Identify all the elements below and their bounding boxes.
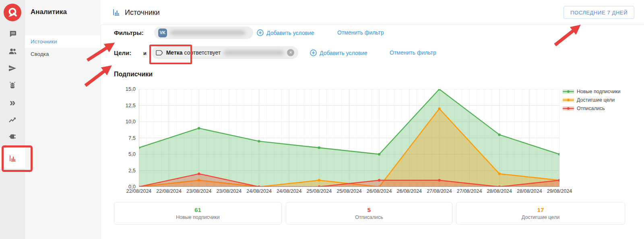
- x-tick: 23/08/2024: [186, 188, 212, 194]
- sidebar-item-sources[interactable]: Источники: [25, 35, 101, 48]
- filter-source-tag[interactable]: VK: [154, 27, 253, 39]
- card-label: Новые подписчики: [176, 214, 220, 220]
- legend-marker: [563, 90, 574, 94]
- legend-marker: [563, 98, 574, 102]
- redacted-source-text: [170, 31, 245, 35]
- chat-icon[interactable]: [0, 25, 25, 43]
- x-tick: 27/08/2024: [427, 188, 452, 194]
- plus-circle-icon: [310, 49, 317, 56]
- sidebar-item-summary[interactable]: Сводка: [25, 48, 101, 60]
- x-tick: 28/08/2024: [487, 188, 512, 194]
- tag-icon: [156, 50, 163, 56]
- y-tick: 12,5: [126, 102, 136, 108]
- x-tick: 26/08/2024: [397, 188, 422, 194]
- legend-item[interactable]: Достигшие цели: [563, 97, 621, 103]
- x-tick: 24/08/2024: [246, 188, 272, 194]
- remove-condition-icon[interactable]: ×: [287, 49, 294, 56]
- goals-label: Цели:: [114, 49, 131, 56]
- card-label: Отписались: [355, 214, 383, 220]
- legend-item[interactable]: Отписались: [563, 106, 621, 111]
- x-tick: 24/08/2024: [277, 188, 302, 194]
- card-goals-reached: 17 Достигшие цели: [456, 202, 625, 225]
- analytics-sidebar: Аналитика Источники Сводка: [25, 0, 101, 239]
- x-tick: 22/08/2024: [126, 188, 152, 194]
- analytics-icon[interactable]: [0, 149, 25, 167]
- x-axis-labels: 22/08/202422/08/202423/08/202423/08/2024…: [139, 188, 559, 195]
- app-window: » Аналитика Источники Сводка Источники П…: [0, 0, 644, 239]
- trend-icon[interactable]: [0, 111, 25, 129]
- filters-add-condition-link[interactable]: Добавить условие: [257, 29, 314, 36]
- legend-item[interactable]: Новые подписчики: [563, 89, 621, 94]
- double-chevron-icon[interactable]: »: [0, 94, 25, 111]
- conjunction-and: и: [143, 50, 147, 56]
- page-title: Источники: [125, 8, 160, 17]
- y-tick: 5,0: [128, 151, 136, 157]
- robot-icon[interactable]: [0, 76, 25, 94]
- main-header: [101, 0, 644, 25]
- icon-rail: »: [0, 0, 25, 239]
- x-tick: 25/08/2024: [307, 188, 332, 194]
- y-tick: 15,0: [126, 86, 136, 92]
- card-value: 5: [367, 206, 371, 213]
- app-logo[interactable]: [4, 4, 21, 21]
- period-selector-button[interactable]: ПОСЛЕДНИЕ 7 ДНЕЙ: [564, 6, 634, 19]
- y-tick: 7,5: [128, 135, 136, 141]
- card-unsubscribed: 5 Отписались: [286, 202, 452, 225]
- subscribers-chart[interactable]: [139, 89, 559, 187]
- vk-icon: VK: [158, 29, 167, 37]
- sources-chart-icon: [112, 8, 121, 18]
- goals-cancel-filter-link[interactable]: Отменить фильтр: [390, 49, 436, 56]
- filters-label: Фильтры:: [114, 29, 144, 36]
- people-icon[interactable]: [0, 42, 25, 60]
- sidebar-title: Аналитика: [31, 8, 67, 16]
- card-value: 17: [537, 206, 544, 213]
- x-tick: 26/08/2024: [367, 188, 392, 194]
- goal-condition-tag[interactable]: Метка соответствует ×: [152, 46, 298, 59]
- x-tick: 22/08/2024: [156, 188, 182, 194]
- plug-icon[interactable]: [0, 128, 25, 145]
- condition-field: Метка: [166, 49, 183, 56]
- x-tick: 25/08/2024: [336, 188, 362, 194]
- goals-add-condition-link[interactable]: Добавить условие: [310, 49, 367, 56]
- redacted-goal-value: [224, 51, 284, 55]
- send-icon[interactable]: [0, 59, 25, 77]
- logo-glyph: [6, 6, 19, 18]
- x-tick: 29/08/2024: [547, 188, 572, 194]
- filters-cancel-filter-link[interactable]: Отменить фильтр: [337, 29, 384, 36]
- card-value: 61: [194, 206, 201, 213]
- y-tick: 2,5: [128, 168, 136, 174]
- x-tick: 23/08/2024: [217, 188, 242, 194]
- chart-title: Подписчики: [114, 71, 153, 78]
- chart-legend: Новые подписчикиДостигшие целиОтписались: [563, 89, 621, 114]
- x-tick: 27/08/2024: [457, 188, 482, 194]
- x-tick: 28/08/2024: [517, 188, 542, 194]
- condition-operator: соответствует: [184, 49, 221, 56]
- plus-circle-icon: [257, 29, 264, 36]
- y-tick: 10,0: [126, 118, 136, 125]
- card-new-subscribers: 61 Новые подписчики: [114, 202, 282, 225]
- legend-marker: [563, 106, 574, 110]
- card-label: Достигшие цели: [522, 214, 559, 220]
